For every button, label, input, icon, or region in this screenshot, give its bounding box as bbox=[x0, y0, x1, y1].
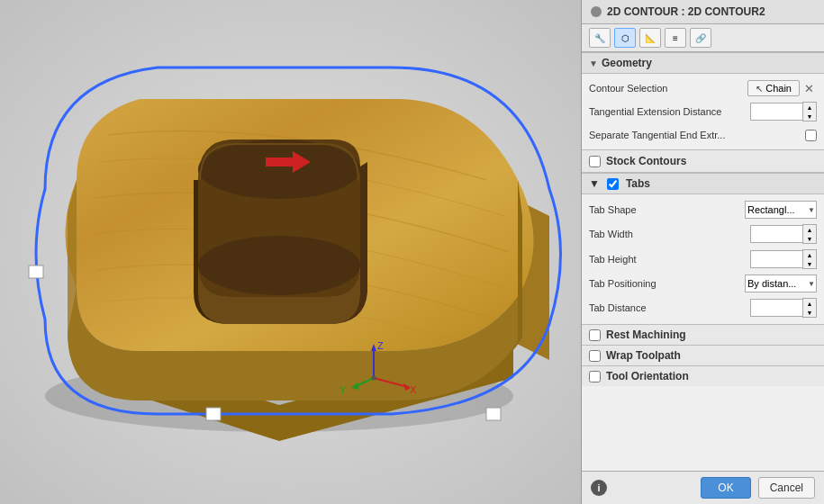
tab-height-up[interactable]: ▲ bbox=[803, 250, 816, 259]
stock-contours-checkbox[interactable] bbox=[589, 156, 601, 167]
separate-tangential-row: Separate Tangential End Extr... bbox=[582, 124, 824, 146]
tabs-checkbox[interactable] bbox=[607, 178, 619, 190]
chain-button[interactable]: ↖ Chain bbox=[747, 80, 800, 96]
tangential-extension-label: Tangential Extension Distance bbox=[589, 106, 750, 117]
svg-text:Z: Z bbox=[377, 340, 384, 351]
tab-distance-input-wrap: 3 in ▲ ▼ bbox=[750, 298, 817, 318]
svg-point-16 bbox=[372, 376, 376, 381]
tabs-arrow: ▼ bbox=[589, 177, 600, 190]
geometry-section-body: Contour Selection ↖ Chain ✕ Tangential E… bbox=[582, 74, 824, 149]
wrap-toolpath-checkbox[interactable] bbox=[589, 350, 601, 362]
panel-content: ▼ Geometry Contour Selection ↖ Chain ✕ T… bbox=[582, 52, 824, 471]
tool-orientation-checkbox[interactable] bbox=[589, 371, 601, 382]
tab-distance-input[interactable]: 3 in bbox=[750, 299, 802, 317]
geometry-section-header[interactable]: ▼ Geometry bbox=[582, 52, 824, 74]
tangential-extension-up[interactable]: ▲ bbox=[803, 103, 816, 112]
geometry-label: Geometry bbox=[602, 57, 652, 69]
svg-rect-5 bbox=[486, 408, 501, 420]
svg-text:X: X bbox=[410, 384, 417, 395]
cursor-icon: ↖ bbox=[756, 84, 763, 94]
info-icon[interactable]: i bbox=[591, 480, 607, 496]
tab-width-row: Tab Width 0.25 in ▲ ▼ bbox=[582, 221, 824, 247]
tool-orientation-row[interactable]: Tool Orientation bbox=[582, 365, 824, 386]
tab-height-spinners: ▲ ▼ bbox=[802, 249, 817, 269]
tool-orientation-label: Tool Orientation bbox=[606, 370, 689, 382]
tab-width-spinners: ▲ ▼ bbox=[802, 224, 817, 244]
chain-label: Chain bbox=[765, 83, 792, 94]
ok-button[interactable]: OK bbox=[701, 477, 750, 499]
tangential-extension-spinners: ▲ ▼ bbox=[802, 102, 817, 122]
svg-rect-3 bbox=[29, 266, 43, 278]
contour-close-button[interactable]: ✕ bbox=[801, 82, 817, 95]
geometry-tab-btn[interactable]: ⬡ bbox=[614, 28, 636, 48]
tab-width-input[interactable]: 0.25 in bbox=[750, 225, 802, 243]
tab-height-down[interactable]: ▼ bbox=[803, 259, 816, 268]
tab-shape-select[interactable]: Rectangl... Trapezoidal bbox=[745, 201, 817, 219]
tab-distance-spinners: ▲ ▼ bbox=[802, 298, 817, 318]
panel-footer: i OK Cancel bbox=[582, 471, 824, 504]
tabs-section-header[interactable]: ▼ Tabs bbox=[582, 173, 824, 194]
rest-machining-checkbox[interactable] bbox=[589, 329, 601, 341]
separate-tangential-label: Separate Tangential End Extr... bbox=[589, 130, 805, 140]
contour-selection-label: Contour Selection bbox=[589, 83, 747, 94]
tangential-extension-row: Tangential Extension Distance 0 in ▲ ▼ bbox=[582, 99, 824, 124]
tab-distance-down[interactable]: ▼ bbox=[803, 308, 816, 317]
stock-contours-label: Stock Contours bbox=[606, 155, 686, 167]
tangential-extension-input-wrap: 0 in ▲ ▼ bbox=[750, 102, 817, 122]
contour-selection-row: Contour Selection ↖ Chain ✕ bbox=[582, 77, 824, 99]
tab-positioning-select-wrap: By distan... By count ▼ bbox=[745, 274, 817, 292]
stock-contours-row: Stock Contours bbox=[582, 149, 824, 173]
tabs-section-body: Tab Shape Rectangl... Trapezoidal ▼ Tab … bbox=[582, 194, 824, 324]
tab-height-input[interactable]: 0.2in bbox=[750, 250, 802, 268]
tab-shape-select-wrap: Rectangl... Trapezoidal ▼ bbox=[745, 201, 817, 219]
panel-title: 2D CONTOUR : 2D CONTOUR2 bbox=[607, 5, 765, 18]
svg-point-1 bbox=[198, 140, 360, 199]
rest-machining-label: Rest Machining bbox=[606, 328, 686, 341]
tab-positioning-select[interactable]: By distan... By count bbox=[745, 274, 817, 292]
contour-selection-controls: ↖ Chain ✕ bbox=[747, 80, 817, 96]
passes-tab-btn[interactable]: ≡ bbox=[665, 28, 686, 48]
svg-text:Y: Y bbox=[340, 384, 347, 395]
tab-width-input-wrap: 0.25 in ▲ ▼ bbox=[750, 224, 817, 244]
tab-distance-up[interactable]: ▲ bbox=[803, 299, 816, 308]
tab-shape-row: Tab Shape Rectangl... Trapezoidal ▼ bbox=[582, 198, 824, 221]
tab-distance-label: Tab Distance bbox=[589, 302, 750, 313]
tab-width-label: Tab Width bbox=[589, 229, 750, 239]
wrap-toolpath-row[interactable]: Wrap Toolpath bbox=[582, 345, 824, 365]
panel-toolbar: 🔧 ⬡ 📐 ≡ 🔗 bbox=[582, 24, 824, 52]
wrap-toolpath-label: Wrap Toolpath bbox=[606, 349, 681, 362]
panel-header: 2D CONTOUR : 2D CONTOUR2 bbox=[582, 0, 824, 24]
3d-viewport[interactable]: Z Y X bbox=[0, 0, 581, 504]
tangential-extension-input[interactable]: 0 in bbox=[750, 103, 802, 121]
tab-distance-row: Tab Distance 3 in ▲ ▼ bbox=[582, 295, 824, 320]
properties-panel: 2D CONTOUR : 2D CONTOUR2 🔧 ⬡ 📐 ≡ 🔗 ▼ Geo… bbox=[581, 0, 824, 504]
tangential-extension-down[interactable]: ▼ bbox=[803, 112, 816, 121]
header-icon bbox=[591, 6, 602, 17]
geometry-arrow: ▼ bbox=[589, 58, 598, 68]
heights-tab-btn[interactable]: 📐 bbox=[639, 28, 661, 48]
tab-width-up[interactable]: ▲ bbox=[803, 225, 816, 234]
tabs-label: Tabs bbox=[626, 177, 650, 190]
tab-width-down[interactable]: ▼ bbox=[803, 234, 816, 243]
tab-positioning-label: Tab Positioning bbox=[589, 278, 745, 289]
tab-height-label: Tab Height bbox=[589, 254, 750, 265]
rest-machining-row[interactable]: Rest Machining bbox=[582, 324, 824, 345]
separate-tangential-checkbox[interactable] bbox=[805, 130, 817, 141]
tab-positioning-row: Tab Positioning By distan... By count ▼ bbox=[582, 272, 824, 295]
cancel-button[interactable]: Cancel bbox=[758, 477, 815, 499]
tab-height-input-wrap: 0.2in ▲ ▼ bbox=[750, 249, 817, 269]
linking-tab-btn[interactable]: 🔗 bbox=[690, 28, 711, 48]
svg-rect-4 bbox=[206, 408, 221, 420]
tab-shape-label: Tab Shape bbox=[589, 204, 745, 215]
svg-point-2 bbox=[198, 236, 360, 295]
3d-scene: Z Y X bbox=[0, 0, 581, 504]
tab-height-row: Tab Height 0.2in ▲ ▼ bbox=[582, 247, 824, 272]
tool-tab-btn[interactable]: 🔧 bbox=[589, 28, 611, 48]
